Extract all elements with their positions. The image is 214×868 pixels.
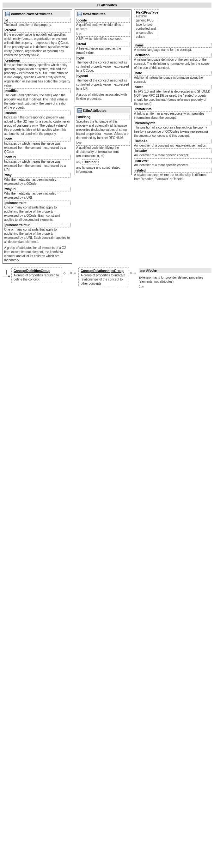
- right-item-name-4: remoteInfo: [134, 107, 211, 112]
- connector-vertical-left: ◆: [3, 268, 10, 278]
- bottom-any-section: grp ##other Extension facts for provider…: [139, 268, 212, 288]
- prop-why-name: why: [4, 173, 70, 178]
- prop-typeuri-name: typeuri: [76, 73, 130, 78]
- prop-custom-name: custom: [4, 111, 70, 115]
- concept-rel-group-title: ConceptRelationshipsGroup: [81, 269, 127, 273]
- mult-label-rel: 0..∞: [130, 271, 136, 275]
- prop-whyuri-name: whyuri: [4, 187, 70, 191]
- right-item-desc-6: An identifier of a concept with equivale…: [134, 144, 211, 148]
- prop-creatoruri: creatoruri If the attribute is empty, sp…: [4, 58, 70, 88]
- any-other-badge: ##other: [83, 159, 99, 165]
- concept-def-group-box: ConceptDefinitionGroup A group of proper…: [11, 268, 62, 283]
- right-items-list: nameA natural language name for the conc…: [134, 43, 211, 182]
- prop-xmllang: xml:lang Specifies the language of this …: [76, 115, 130, 140]
- prop-modified-name: modified: [4, 88, 70, 93]
- right-item-name-9: related: [134, 168, 211, 173]
- grp-icon-common: grp: [5, 12, 10, 16]
- h-line-1: [3, 276, 8, 276]
- prop-howuri: howuri Indicates by which means the valu…: [4, 155, 70, 172]
- attributes-title: attributes: [101, 3, 117, 7]
- grp-icon-bottom: grp: [140, 269, 145, 272]
- right-item-remoteinfo: remoteInfoA link to an item or a web res…: [134, 107, 211, 120]
- prop-how: how Indicates by which means the value w…: [4, 137, 70, 154]
- prop-literal: literal A freetext value assigned as the…: [76, 42, 130, 55]
- common-power-attributes-header: grp commonPowerAttributes: [4, 11, 70, 17]
- prop-creatoruri-name: creatoruri: [4, 58, 70, 63]
- i18n-attributes-label: i18nAttributes: [83, 108, 106, 113]
- prop-custom: custom Indicates if the corresponding pr…: [4, 111, 70, 136]
- prop-dir: dir A qualified code identifying the dir…: [76, 141, 130, 158]
- def-group-connectors: ◇ 0..∞: [63, 271, 76, 275]
- right-item-desc-0: A natural language name for the concept.: [134, 48, 211, 52]
- grp-icon-flex: grp: [78, 12, 82, 16]
- prop-whyuri: whyuri Why the metadata has been include…: [4, 187, 70, 199]
- right-item-sameas: sameAsAn identifier of a concept with eq…: [134, 139, 211, 148]
- bottom-any-mult: 0..∞: [139, 285, 212, 288]
- attributes-icon: ☐: [97, 3, 100, 7]
- prop-creator: creator If the property value is not def…: [4, 28, 70, 57]
- prop-typeuri: typeuri The type of the concept assigned…: [76, 73, 130, 91]
- prop-dir-name: dir: [76, 141, 130, 146]
- mult-label-def: 0..∞: [70, 271, 76, 275]
- prop-id-name: id: [4, 18, 70, 23]
- right-item-desc-4: A link to an item or a web resource whic…: [134, 112, 211, 120]
- diamond-1: ◆: [8, 275, 10, 278]
- right-item-facet: facetIn JAS 1.8 and later, facet is depr…: [134, 85, 211, 106]
- prop-modified: modified The date (and optionally, the t…: [4, 88, 70, 110]
- diamond-connector: ◇: [63, 271, 66, 275]
- bottom-any-label: ##other: [146, 269, 158, 272]
- concept-def-group-desc: A group of properties required to define…: [13, 273, 60, 281]
- right-item-name-2: note: [134, 71, 211, 75]
- prop-xmllang-name: xml:lang: [76, 115, 130, 119]
- common-power-attributes-items: id The local identifier of the property.…: [4, 18, 70, 262]
- prop-qcode: qcode A qualified code which identifies …: [76, 18, 130, 31]
- any-label: any: [76, 160, 81, 164]
- common-power-attributes-section: grp commonPowerAttributes id The local i…: [3, 9, 72, 264]
- right-item-name: nameA natural language name for the conc…: [134, 43, 211, 52]
- right-item-name-0: name: [134, 43, 211, 48]
- v-line-1: [6, 270, 7, 275]
- prop-how-desc: Indicates by which means the value was e…: [4, 142, 70, 154]
- right-item-desc-3: In JAS 1.8 and later, facet is deprecate…: [134, 89, 211, 106]
- concept-rel-group-box: ConceptRelationshipsGroup A group of pro…: [79, 268, 129, 287]
- right-item-narrower: narrowerAn identifier of a more specific…: [134, 158, 211, 167]
- concept-def-group-wrapper: ◆ ConceptDefinitionGroup A group of prop…: [3, 268, 76, 284]
- prop-type: type The type of the concept assigned as…: [76, 56, 130, 73]
- prop-howuri-desc: Indicates by which means the value was e…: [4, 159, 70, 172]
- right-item-desc-8: An identifier of a more specific concept…: [134, 163, 211, 167]
- prop-xmllang-desc: Specifies the language of this property …: [76, 119, 130, 140]
- right-item-desc-1: A natural language definition of the sem…: [134, 58, 211, 70]
- grp-icon-i18n: grp: [78, 108, 82, 113]
- i18n-attributes-section: grp i18nAttributes xml:lang Specifies th…: [74, 106, 131, 175]
- concept-rel-group-wrapper: ConceptRelationshipsGroup A group of pro…: [79, 268, 136, 288]
- prop-pubconstraint-name: pubconstraint: [4, 200, 70, 205]
- right-item-name-3: facet: [134, 85, 211, 89]
- prop-typeuri-desc: The type of the concept assigned as cont…: [76, 78, 130, 91]
- prop-qcode-desc: A qualified code which identifies a conc…: [76, 23, 130, 31]
- right-item-desc-5: The position of a concept in a hierarchi…: [134, 125, 211, 138]
- right-item-desc-2: Additional natural language information …: [134, 75, 211, 84]
- bottom-any-header: grp ##other: [139, 268, 212, 273]
- right-item-name-8: narrower: [134, 158, 211, 163]
- right-item-name-1: definition: [134, 53, 211, 58]
- prop-creator-desc: If the property value is not defined, sp…: [4, 33, 70, 57]
- attributes-header: ☐ attributes: [3, 2, 211, 7]
- right-item-name-6: sameAs: [134, 139, 211, 144]
- prop-creatoruri-desc: If the attribute is empty, specifies whi…: [4, 63, 70, 88]
- prop-pubconstrainturi-desc: One or many constraints that apply to pu…: [4, 227, 70, 244]
- concept-def-group-title: ConceptDefinitionGroup: [13, 269, 60, 273]
- concept-rel-group-desc: A group of properties to indicate relati…: [81, 273, 127, 285]
- prop-whyuri-desc: Why the metadata has been included – exp…: [4, 191, 70, 199]
- flex-attributes-note: A group of attributes associated with fl…: [76, 92, 130, 101]
- flex-prop-type-box: Flex1PropType Flexible generic PCL-type …: [134, 9, 159, 40]
- prop-uri: uri A URI which identifies a concept.: [76, 32, 130, 41]
- flex-prop-desc: Flexible generic PCL-type for both contr…: [136, 14, 157, 39]
- page: ☐ attributes grp commonPowerAttributes i…: [0, 0, 214, 291]
- right-item-definition: definitionA natural language definition …: [134, 53, 211, 70]
- prop-literal-desc: A freetext value assigned as the (main) …: [76, 46, 130, 55]
- right-item-name-7: broader: [134, 149, 211, 153]
- flex-attributes-header: grp flexAttributes: [76, 11, 130, 17]
- prop-creator-name: creator: [4, 28, 70, 33]
- right-item-name-5: hierarchyInfo: [134, 121, 211, 125]
- common-power-attributes-label: commonPowerAttributes: [11, 12, 53, 16]
